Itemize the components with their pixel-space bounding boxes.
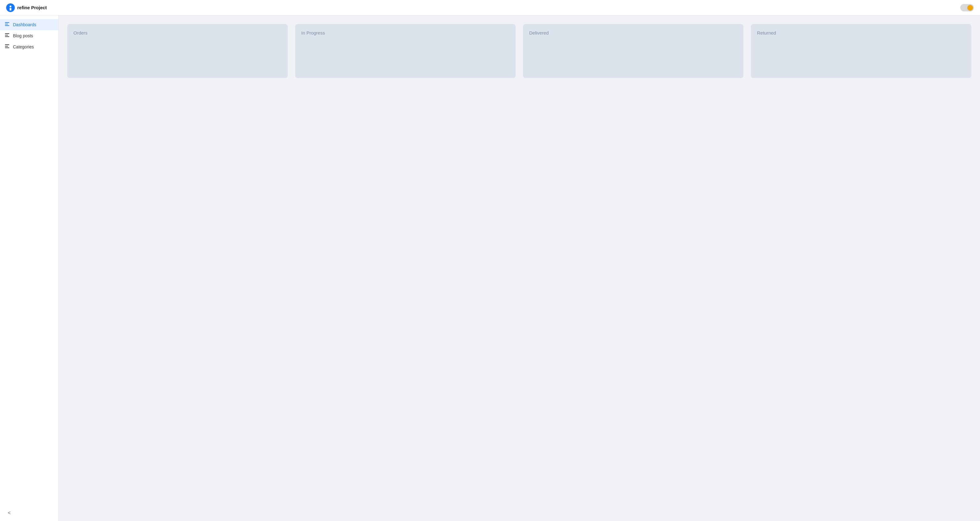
sidebar-item-blog-posts[interactable]: Blog posts <box>0 30 58 41</box>
sidebar-item-label: Dashboards <box>13 22 37 27</box>
dashboards-icon <box>5 22 10 27</box>
cards-grid: Orders In Progress Delivered Returned <box>67 24 971 78</box>
app-container: refine Project Dashb <box>0 0 980 521</box>
orders-card: Orders <box>67 24 288 78</box>
in-progress-card: In Progress <box>295 24 515 78</box>
collapse-sidebar-button[interactable]: < <box>5 509 14 517</box>
svg-point-1 <box>10 6 11 7</box>
in-progress-card-label: In Progress <box>301 30 509 35</box>
theme-toggle[interactable] <box>960 4 974 11</box>
delivered-card-label: Delivered <box>529 30 737 35</box>
orders-card-label: Orders <box>73 30 282 35</box>
sidebar-item-categories[interactable]: Categories <box>0 41 58 52</box>
logo-icon <box>6 3 15 12</box>
sidebar-item-label: Blog posts <box>13 33 33 38</box>
svg-point-0 <box>6 3 15 12</box>
toggle-container[interactable] <box>960 4 974 11</box>
categories-icon <box>5 44 10 49</box>
sidebar-bottom: < <box>0 505 58 521</box>
sidebar-item-label: Categories <box>13 44 34 49</box>
header-left: refine Project <box>6 3 47 12</box>
header: refine Project <box>0 0 980 16</box>
sidebar-item-dashboards[interactable]: Dashboards <box>0 19 58 30</box>
returned-card-label: Returned <box>757 30 965 35</box>
returned-card: Returned <box>751 24 971 78</box>
sidebar: Dashboards Blog posts <box>0 16 59 521</box>
sidebar-nav: Dashboards Blog posts <box>0 16 58 56</box>
app-title: refine Project <box>17 5 47 10</box>
svg-rect-2 <box>10 8 11 11</box>
main-layout: Dashboards Blog posts <box>0 16 980 521</box>
main-content: Orders In Progress Delivered Returned <box>59 16 980 521</box>
delivered-card: Delivered <box>523 24 743 78</box>
blog-posts-icon <box>5 33 10 38</box>
toggle-thumb <box>967 5 973 11</box>
